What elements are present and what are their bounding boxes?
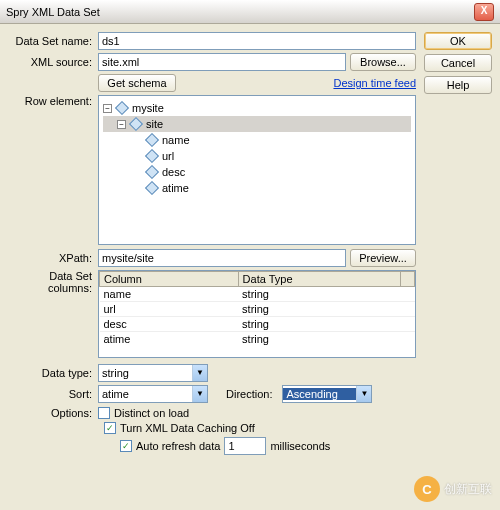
label-rowelement: Row element: [8,95,98,107]
element-icon [145,133,159,147]
tree-collapse-icon[interactable]: − [103,104,112,113]
watermark-text: 创新互联 [444,481,492,498]
browse-button[interactable]: Browse... [350,53,416,71]
chevron-down-icon[interactable]: ▼ [192,365,207,381]
help-button[interactable]: Help [424,76,492,94]
table-row: atimestring [100,332,415,347]
direction-select[interactable]: Ascending▼ [282,385,372,403]
element-icon [145,149,159,163]
distinct-checkbox[interactable] [98,407,110,419]
columns-grid[interactable]: ColumnData Type namestring urlstring des… [98,270,416,358]
label-xmlsource: XML source: [8,56,98,68]
title-text: Spry XML Data Set [6,6,100,18]
tree-root[interactable]: mysite [132,102,164,114]
watermark: C 创新互联 [414,476,492,502]
label-dsname: Data Set name: [8,35,98,47]
element-icon [145,181,159,195]
tree-leaf[interactable]: name [162,134,190,146]
element-icon [145,165,159,179]
cancel-button[interactable]: Cancel [424,54,492,72]
xpath-input[interactable] [98,249,346,267]
ok-button[interactable]: OK [424,32,492,50]
label-options: Options: [8,407,98,419]
tree-child[interactable]: site [146,118,163,130]
sort-select[interactable]: atime▼ [98,385,208,403]
table-row: descstring [100,317,415,332]
table-row: urlstring [100,302,415,317]
tree-leaf[interactable]: url [162,150,174,162]
label-xpath: XPath: [8,252,98,264]
grid-header-column[interactable]: Column [100,272,239,287]
autorefresh-input[interactable] [224,437,266,455]
tree-panel[interactable]: −mysite −site name url desc atime [98,95,416,245]
label-direction: Direction: [226,388,278,400]
tree-leaf[interactable]: atime [162,182,189,194]
datatype-select[interactable]: string▼ [98,364,208,382]
element-icon [115,101,129,115]
tree-collapse-icon[interactable]: − [117,120,126,129]
chevron-down-icon[interactable]: ▼ [356,386,371,402]
label-dscolumns: Data Set columns: [8,270,98,294]
autorefresh-label-post: milliseconds [270,440,330,452]
distinct-label: Distinct on load [114,407,189,419]
dsname-input[interactable] [98,32,416,50]
caching-checkbox[interactable]: ✓ [104,422,116,434]
caching-label: Turn XML Data Caching Off [120,422,255,434]
element-icon [129,117,143,131]
autorefresh-checkbox[interactable]: ✓ [120,440,132,452]
xmlsource-input[interactable] [98,53,346,71]
getschema-button[interactable]: Get schema [98,74,176,92]
label-datatype: Data type: [8,367,98,379]
label-sort: Sort: [8,388,98,400]
titlebar: Spry XML Data Set X [0,0,500,24]
close-button[interactable]: X [474,3,494,21]
chevron-down-icon[interactable]: ▼ [192,386,207,402]
watermark-logo: C [414,476,440,502]
table-row: namestring [100,287,415,302]
preview-button[interactable]: Preview... [350,249,416,267]
autorefresh-label-pre: Auto refresh data [136,440,220,452]
grid-header-type[interactable]: Data Type [238,272,400,287]
designtime-link[interactable]: Design time feed [333,77,416,89]
tree-leaf[interactable]: desc [162,166,185,178]
